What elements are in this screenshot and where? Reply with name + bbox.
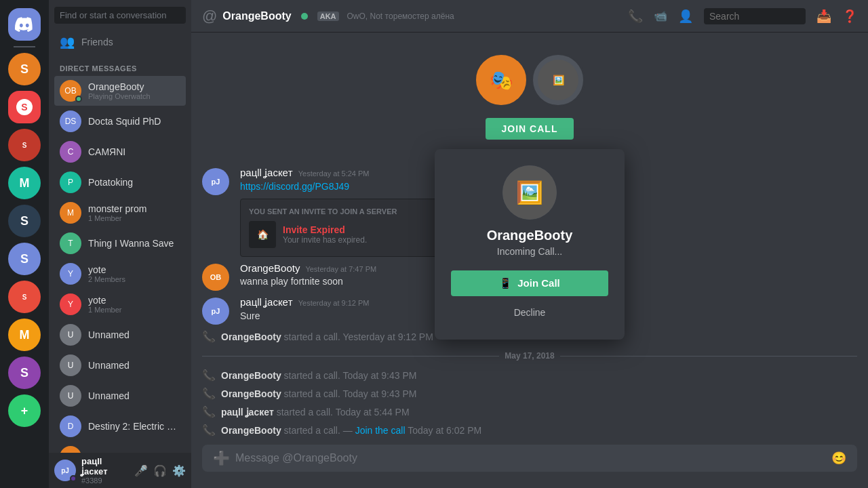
mic-icon[interactable]: 🎤 <box>134 464 148 477</box>
server-sidebar: S S S M S S S M S + <box>0 0 49 488</box>
dm-info: Unnamed <box>88 390 180 401</box>
dm-item-thing[interactable]: T Thing I Wanna Save <box>54 228 186 258</box>
dm-info-monster-prom: monster prom 1 Member <box>88 203 180 222</box>
dm-name: monster prom <box>88 203 180 214</box>
server-icon-3[interactable]: S <box>8 129 41 161</box>
dm-info-orangebooty: OrangeBooty Playing Overwatch <box>88 81 180 100</box>
server-icon-6[interactable]: S <box>8 243 41 275</box>
dm-avatar-unnamed3: U <box>60 385 81 407</box>
dm-status: 1 Member <box>88 214 180 222</box>
svg-text:S: S <box>21 102 27 113</box>
server-icon-4[interactable]: M <box>8 167 41 199</box>
search-input[interactable] <box>54 7 186 24</box>
join-call-modal-button[interactable]: 📱 Join Call <box>451 270 608 296</box>
dm-name: Docta Squid PhD <box>88 116 180 127</box>
dm-name: OrangeBooty <box>88 81 180 92</box>
user-bar-icons: 🎤 🎧 ⚙️ <box>134 464 186 477</box>
friends-icon: 👥 <box>60 35 75 49</box>
online-indicator <box>75 96 82 102</box>
call-modal: 🖼️ OrangeBooty Incoming Call... 📱 Join C… <box>435 149 625 340</box>
discord-home-icon[interactable] <box>8 8 41 41</box>
dm-avatar-destiny: D <box>60 415 81 437</box>
dm-name: Potatoking <box>88 177 180 188</box>
phone-icon: 📱 <box>499 277 512 289</box>
user-bar: рJ рацll ʝacкeт #3389 🎤 🎧 ⚙️ <box>49 453 191 488</box>
dm-item-monster-prom[interactable]: M monster prom 1 Member <box>54 198 186 228</box>
user-bar-name: рацll ʝacкeт <box>81 456 129 476</box>
server-icon-5[interactable]: S <box>8 205 41 237</box>
server-icon-2[interactable]: S <box>8 91 41 123</box>
dm-section-label: DIRECT MESSAGES <box>49 54 191 75</box>
server-icon-8[interactable]: M <box>8 319 41 351</box>
dm-name: Destiny 2: Electric Boog... <box>88 421 180 432</box>
dm-status: 2 Members <box>88 275 180 283</box>
dm-info-yote1: yote 2 Members <box>88 264 180 283</box>
server-icon-10[interactable]: + <box>8 394 41 427</box>
dm-item-potatoking[interactable]: P Potatoking <box>54 167 186 197</box>
dm-avatar-potatoking: P <box>60 171 81 193</box>
dm-status: 1 Member <box>88 306 180 314</box>
dm-info-potatoking: Potatoking <box>88 177 180 188</box>
dm-info-yote2: yote 1 Member <box>88 295 180 314</box>
friends-label: Friends <box>81 37 113 47</box>
server-icon-9[interactable]: S <box>8 357 41 389</box>
dm-info-camyani: CAMЯNI <box>88 146 180 157</box>
dm-item-destiny[interactable]: D Destiny 2: Electric Boog... <box>54 411 186 441</box>
dm-item-yote2[interactable]: Y yote 1 Member <box>54 289 186 319</box>
app-container: S S S M S S S M S + 👥 Friends DIRECT MES… <box>0 0 868 488</box>
settings-icon[interactable]: ⚙️ <box>172 464 186 477</box>
dm-avatar-yote2: Y <box>60 293 81 315</box>
headphones-icon[interactable]: 🎧 <box>153 464 167 477</box>
dm-avatar-myelin: MY <box>60 446 81 453</box>
dm-info-destiny: Destiny 2: Electric Boog... <box>88 421 180 432</box>
friends-item[interactable]: 👥 Friends <box>54 30 186 54</box>
server-divider <box>14 46 35 47</box>
dm-item-yote1[interactable]: Y yote 2 Members <box>54 259 186 289</box>
dm-name: Thing I Wanna Save <box>88 238 180 249</box>
dm-avatar-orangebooty: OB <box>60 80 81 102</box>
dm-info: Unnamed <box>88 329 180 340</box>
channel-sidebar: 👥 Friends DIRECT MESSAGES OB OrangeBooty… <box>49 0 191 488</box>
dm-avatar-monster-prom: M <box>60 202 81 224</box>
server-icon-1[interactable]: S <box>8 53 41 85</box>
dm-info: Unnamed <box>88 360 180 371</box>
dm-item-unnamed3[interactable]: U Unnamed <box>54 381 186 411</box>
dm-item-unnamed2[interactable]: U Unnamed <box>54 350 186 380</box>
dm-avatar-thing: T <box>60 232 81 254</box>
user-bar-avatar: рJ <box>54 460 76 481</box>
dm-item-orangebooty[interactable]: OB OrangeBooty Playing Overwatch <box>54 76 186 106</box>
dm-name: yote <box>88 264 180 275</box>
dm-avatar-yote1: Y <box>60 263 81 285</box>
server-icon-7[interactable]: S <box>8 281 41 313</box>
dm-info-docta: Docta Squid PhD <box>88 116 180 127</box>
dm-avatar-unnamed2: U <box>60 354 81 376</box>
call-modal-overlay: 🖼️ OrangeBooty Incoming Call... 📱 Join C… <box>191 0 868 488</box>
main-content: @ OrangeBooty AKA OwO, Not тoремостер ал… <box>191 0 868 488</box>
decline-call-button[interactable]: Decline <box>451 302 608 323</box>
user-bar-tag: #3389 <box>81 476 129 485</box>
dm-name: CAMЯNI <box>88 146 180 157</box>
sidebar-search-area <box>49 0 191 30</box>
dm-avatar-docta: DS <box>60 110 81 132</box>
dm-avatar-camyani: C <box>60 141 81 163</box>
dm-item-docta[interactable]: DS Docta Squid PhD <box>54 106 186 136</box>
dm-item-camyani[interactable]: C CAMЯNI <box>54 137 186 167</box>
dm-name: yote <box>88 295 180 306</box>
dm-status: Playing Overwatch <box>88 92 180 100</box>
call-modal-name: OrangeBooty <box>487 228 573 243</box>
dm-list: OB OrangeBooty Playing Overwatch DS Doct… <box>49 75 191 453</box>
user-bar-info: рацll ʝacкeт #3389 <box>81 456 129 485</box>
dm-item-myelin[interactable]: MY MYELIN <box>54 442 186 453</box>
user-status-dot <box>70 475 77 482</box>
dm-info-thing: Thing I Wanna Save <box>88 238 180 249</box>
dm-avatar-unnamed1: U <box>60 324 81 346</box>
call-modal-status: Incoming Call... <box>497 246 562 257</box>
dm-item-unnamed1[interactable]: U Unnamed <box>54 320 186 350</box>
call-modal-avatar: 🖼️ <box>502 165 557 220</box>
